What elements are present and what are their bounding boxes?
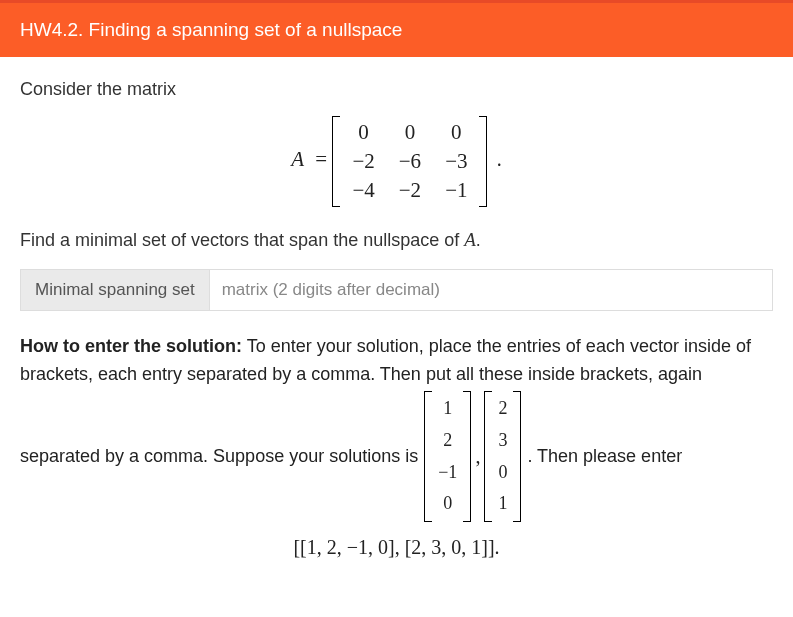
matrix-variable: A	[291, 147, 310, 171]
equals-sign: =	[315, 147, 327, 171]
instruction-heading: How to enter the solution:	[20, 336, 242, 356]
answer-input[interactable]	[209, 269, 773, 311]
table-row: −4 −2 −1	[340, 176, 479, 205]
answer-row: Minimal spanning set	[20, 269, 773, 311]
table-row: −2 −6 −3	[340, 147, 479, 176]
prompt-text: Consider the matrix	[20, 79, 773, 100]
example-vector-1: 1 2 −1 0	[424, 391, 471, 523]
example-vectors: 1 2 −1 0 , 2 3 0 1	[424, 391, 521, 523]
instruction-paragraph: How to enter the solution: To enter your…	[20, 333, 773, 389]
vector-comma: ,	[475, 441, 480, 472]
matrix-equation: A = 0 0 0 −2 −6 −3 −4 −2 −1	[20, 116, 773, 207]
problem-header: HW4.2. Finding a spanning set of a nulls…	[0, 3, 793, 57]
instruction-segment-b: . Then please enter	[527, 443, 682, 471]
instruction-segment-a: separated by a comma. Suppose your solut…	[20, 443, 418, 471]
matrix-period: .	[497, 148, 502, 170]
problem-content: Consider the matrix A = 0 0 0 −2 −6 −3 −…	[0, 57, 793, 569]
instruction-block: How to enter the solution: To enter your…	[20, 333, 773, 522]
example-vector-2: 2 3 0 1	[484, 391, 521, 523]
table-row: 0 0 0	[340, 118, 479, 147]
question-text: Find a minimal set of vectors that span …	[20, 229, 773, 251]
matrix-A: 0 0 0 −2 −6 −3 −4 −2 −1	[332, 116, 487, 207]
problem-title: HW4.2. Finding a spanning set of a nulls…	[20, 19, 402, 40]
answer-label: Minimal spanning set	[20, 269, 209, 311]
final-entry-example: [[1, 2, −1, 0], [2, 3, 0, 1]].	[20, 536, 773, 559]
instruction-inline-row: separated by a comma. Suppose your solut…	[20, 391, 773, 523]
